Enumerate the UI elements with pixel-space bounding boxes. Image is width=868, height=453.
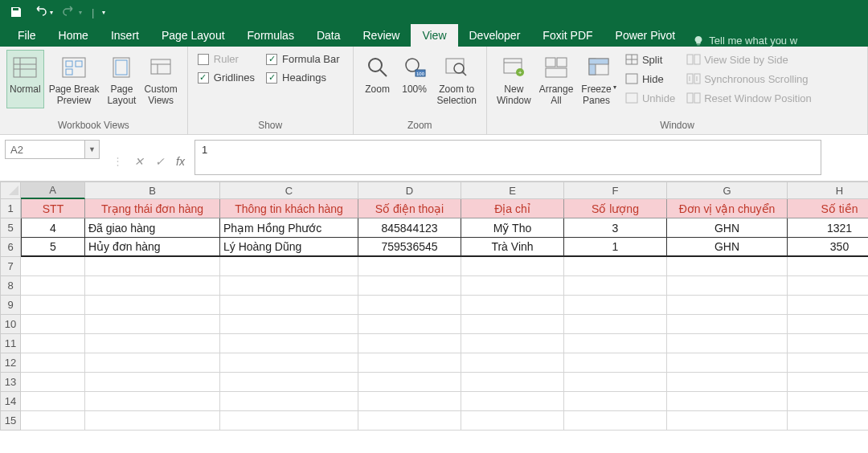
redo-button[interactable] (58, 2, 80, 22)
cell[interactable]: Đơn vị vận chuyển (667, 199, 788, 218)
cell[interactable] (564, 257, 667, 276)
split-button[interactable]: Split (624, 51, 675, 67)
cell[interactable] (85, 411, 220, 431)
tab-page-layout[interactable]: Page Layout (150, 24, 236, 47)
freeze-panes-button[interactable]: Freeze Panes ▾ (578, 50, 620, 108)
cell[interactable]: STT (21, 199, 85, 218)
cell[interactable] (358, 353, 461, 373)
cell[interactable] (461, 296, 564, 315)
cell[interactable] (788, 392, 868, 411)
row-header[interactable]: 10 (0, 315, 21, 334)
cell[interactable] (358, 411, 461, 431)
row-header[interactable]: 8 (0, 276, 21, 296)
zoom-button[interactable]: Zoom (360, 50, 395, 108)
cell[interactable] (667, 392, 788, 411)
tab-developer[interactable]: Developer (458, 24, 532, 47)
zoom-100-button[interactable]: 100 100% (397, 50, 432, 108)
cell[interactable] (788, 353, 868, 373)
cell[interactable] (21, 334, 85, 353)
hide-button[interactable]: Hide (624, 71, 675, 87)
cell[interactable] (461, 373, 564, 392)
cell[interactable] (461, 411, 564, 431)
new-window-button[interactable]: + New Window (493, 50, 534, 108)
cell[interactable] (461, 334, 564, 353)
cell[interactable] (667, 315, 788, 334)
cell[interactable] (85, 373, 220, 392)
unhide-button[interactable]: Unhide (624, 90, 675, 106)
column-header[interactable]: B (85, 182, 220, 199)
row-header[interactable]: 15 (0, 411, 21, 431)
column-header[interactable]: H (788, 182, 868, 199)
ruler-checkbox[interactable]: Ruler (198, 53, 255, 65)
normal-view-button[interactable]: Normal (6, 50, 44, 108)
cell[interactable] (461, 353, 564, 373)
row-header[interactable]: 7 (0, 257, 21, 276)
gridlines-checkbox[interactable]: ✓Gridlines (198, 71, 255, 84)
custom-views-button[interactable]: Custom Views (141, 50, 180, 108)
cell[interactable] (667, 373, 788, 392)
cell[interactable] (85, 334, 220, 353)
cell[interactable] (358, 276, 461, 296)
cell[interactable]: 5 (21, 238, 85, 257)
name-box[interactable]: A2 (5, 140, 85, 159)
cell[interactable]: 3 (564, 218, 667, 238)
zoom-to-selection-button[interactable]: Zoom to Selection (434, 50, 480, 108)
cell[interactable] (564, 411, 667, 431)
cell[interactable] (358, 315, 461, 334)
column-header[interactable]: E (461, 182, 564, 199)
cell[interactable] (564, 276, 667, 296)
save-button[interactable] (5, 2, 27, 22)
cell[interactable] (220, 411, 358, 431)
cell[interactable] (564, 392, 667, 411)
cell[interactable]: 1 (564, 238, 667, 257)
cell[interactable]: Trạng thái đơn hàng (85, 199, 220, 218)
cell[interactable] (788, 276, 868, 296)
undo-caret-icon[interactable]: ▾ (50, 9, 53, 16)
cell[interactable] (667, 353, 788, 373)
headings-checkbox[interactable]: ✓Headings (266, 71, 340, 84)
cell[interactable] (85, 353, 220, 373)
page-layout-button[interactable]: Page Layout (104, 50, 139, 108)
cell[interactable] (564, 334, 667, 353)
arrange-all-button[interactable]: Arrange All (536, 50, 577, 108)
synchronous-scrolling-button[interactable]: Synchronous Scrolling (686, 71, 812, 87)
cell[interactable] (220, 257, 358, 276)
cell[interactable]: Trà Vinh (461, 238, 564, 257)
cell[interactable] (667, 296, 788, 315)
column-header[interactable]: D (358, 182, 461, 199)
cell[interactable] (564, 296, 667, 315)
enter-formula-button[interactable]: ✓ (155, 155, 165, 168)
cell[interactable] (21, 411, 85, 431)
cell[interactable] (461, 315, 564, 334)
tab-home[interactable]: Home (47, 24, 100, 47)
cell[interactable] (788, 411, 868, 431)
cell[interactable] (788, 296, 868, 315)
formula-bar-checkbox[interactable]: ✓Formula Bar (266, 53, 340, 65)
row-header[interactable]: 1 (0, 199, 21, 218)
tab-data[interactable]: Data (305, 24, 352, 47)
cell[interactable] (220, 392, 358, 411)
cell[interactable] (461, 392, 564, 411)
cell[interactable] (21, 392, 85, 411)
cells-area[interactable]: STTTrạng thái đơn hàngThông tin khách hà… (21, 199, 868, 431)
row-header[interactable]: 6 (0, 238, 21, 257)
cell[interactable]: Đã giao hàng (85, 218, 220, 238)
cell[interactable]: Lý Hoàng Dũng (220, 238, 358, 257)
column-header[interactable]: A (21, 182, 85, 199)
cell[interactable] (21, 257, 85, 276)
cell[interactable] (85, 296, 220, 315)
cell[interactable] (21, 296, 85, 315)
cell[interactable] (358, 257, 461, 276)
insert-function-button[interactable]: fx (176, 155, 185, 168)
cell[interactable] (21, 276, 85, 296)
reset-window-position-button[interactable]: Reset Window Position (686, 90, 812, 106)
cell[interactable] (358, 392, 461, 411)
column-header[interactable]: G (667, 182, 788, 199)
cell[interactable] (564, 373, 667, 392)
tab-insert[interactable]: Insert (100, 24, 150, 47)
cell[interactable]: 1321 (788, 218, 868, 238)
cell[interactable] (788, 373, 868, 392)
cell[interactable] (85, 276, 220, 296)
cell[interactable] (85, 392, 220, 411)
cell[interactable] (667, 334, 788, 353)
